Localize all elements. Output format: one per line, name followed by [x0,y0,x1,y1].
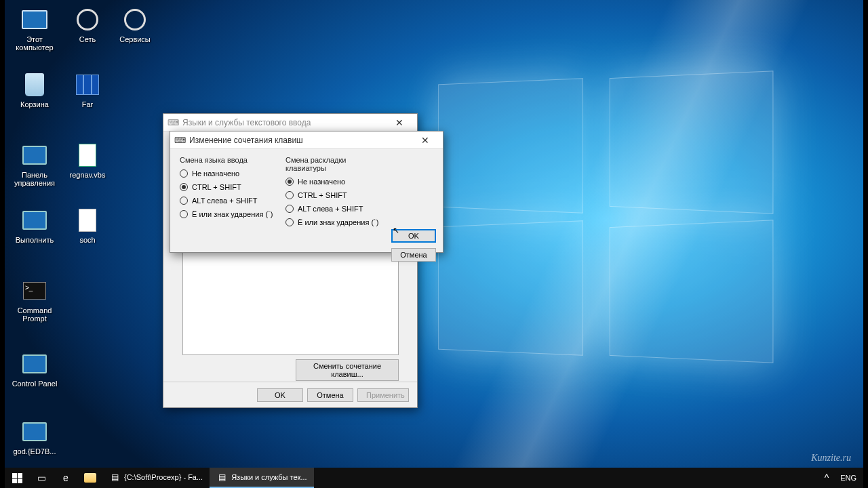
task-label: {C:\Soft\Procexp} - Fa... [124,473,203,481]
input-language-option[interactable]: Ё или знак ударения (`) [180,210,281,218]
cp-icon [20,141,49,169]
radio-label: CTRL + SHIFT [192,183,241,191]
task-view-button[interactable]: ▭ [29,468,54,488]
cp-icon [20,350,49,378]
cp-icon [20,206,49,235]
desktop: Этот компьютерСетьСервисыКорзинаFarПанел… [5,0,863,488]
ok-button[interactable]: OK [257,388,303,402]
icon-label: Этот компьютер [10,35,59,52]
input-language-option[interactable]: CTRL + SHIFT [180,183,281,191]
keyboard-layout-option[interactable]: CTRL + SHIFT [285,191,389,199]
radio-icon [285,178,294,186]
cancel-button[interactable]: Отмена [391,248,436,262]
gear-icon [121,5,149,34]
desktop-icon[interactable]: god.{ED7B... [10,418,59,455]
desktop-icon[interactable]: Корзина [10,70,59,108]
keyboard-layout-option[interactable]: Не назначено [285,178,389,186]
desktop-icon[interactable]: Выполнить [10,206,59,244]
language-indicator[interactable]: ENG [840,474,856,482]
icon-label: Command Prompt [10,306,59,323]
taskbar: ▭ e ▤{C:\Soft\Procexp} - Fa...▤Языки и с… [5,468,863,488]
edge-icon[interactable]: e [54,468,78,488]
app-icon: ▤ [216,472,227,483]
icon-label: Far [63,100,112,108]
icon-label: regnav.vbs [63,171,112,179]
gear-icon [73,5,102,34]
change-hotkey-button[interactable]: Сменить сочетание клавиш... [296,359,399,381]
dialog-titlebar[interactable]: ⌨ Языки и службы текстового ввода ✕ [163,114,417,131]
hotkey-listbox[interactable] [182,250,399,355]
icon-label: Сеть [63,35,112,43]
radio-icon [180,183,188,191]
keyboard-layout-option[interactable]: Ё или знак ударения (`) [285,218,389,226]
icon-label: soch [63,236,112,244]
file-explorer-icon[interactable] [78,468,102,488]
cp-icon [20,418,49,446]
icon-label: Сервисы [111,35,159,43]
desktop-icon[interactable]: Сеть [63,5,112,43]
icon-label: Корзина [10,100,59,108]
radio-icon [180,197,188,205]
far-icon [73,70,102,99]
desktop-icon[interactable]: Панель управления [10,141,59,187]
desktop-icon[interactable]: >_Command Prompt [10,277,59,323]
icon-label: Control Panel [10,380,59,388]
start-button[interactable] [5,468,29,488]
input-language-option[interactable]: ALT слева + SHIFT [180,197,281,205]
app-icon: ▤ [109,472,120,483]
cmd-icon: >_ [20,277,49,305]
task-label: Языки и службы тек... [231,473,307,481]
apply-button: Применить [357,388,409,402]
keyboard-icon: ⌨ [174,135,185,146]
radio-label: ALT слева + SHIFT [192,197,257,205]
desktop-icon[interactable]: Control Panel [10,350,59,388]
icon-label: Выполнить [10,236,59,244]
close-button[interactable]: ✕ [386,115,413,131]
icon-label: Панель управления [10,171,59,187]
cancel-button[interactable]: Отмена [307,388,353,402]
desktop-icon[interactable]: Far [63,70,112,108]
radio-label: ALT слева + SHIFT [298,205,363,213]
windows-logo-wallpaper [429,81,782,366]
radio-label: Ё или знак ударения (`) [298,218,378,226]
group-label-keyboard-layout: Смена раскладки клавиатуры [285,156,389,172]
icon-label: god.{ED7B... [10,447,59,455]
desktop-icon[interactable]: Сервисы [111,5,159,43]
radio-label: CTRL + SHIFT [298,191,347,199]
system-tray: ^ ENG [813,468,863,488]
radio-icon [285,205,294,213]
desktop-icon[interactable]: soch [63,206,112,244]
dialog-title: Изменение сочетания клавиш [189,136,303,145]
radio-icon [285,191,294,199]
ok-button[interactable]: OK [391,229,436,243]
watermark: Kunzite.ru [811,453,851,464]
desktop-icon[interactable]: Этот компьютер [10,5,59,52]
dialog-title: Языки и службы текстового ввода [182,118,311,127]
tray-chevron-up-icon[interactable]: ^ [820,468,833,488]
radio-label: Не назначено [298,178,345,186]
desktop-icon[interactable]: regnav.vbs [63,141,112,179]
monitor-icon [20,5,49,34]
script-icon [73,141,102,169]
radio-icon [180,210,188,218]
doc-icon [73,206,102,235]
dialog-titlebar[interactable]: ⌨ Изменение сочетания клавиш ✕ [170,131,443,149]
bin-icon [20,70,49,99]
change-hotkey-dialog: ⌨ Изменение сочетания клавиш ✕ Смена язы… [170,131,443,253]
radio-label: Не назначено [192,169,239,178]
radio-icon [180,169,188,178]
input-language-option[interactable]: Не назначено [180,169,281,178]
close-button[interactable]: ✕ [412,132,439,148]
taskbar-task[interactable]: ▤Языки и службы тек... [210,468,313,488]
keyboard-icon: ⌨ [167,117,178,128]
taskbar-task[interactable]: ▤{C:\Soft\Procexp} - Fa... [102,468,210,488]
radio-icon [285,218,294,226]
group-label-input-language: Смена языка ввода [180,156,281,164]
radio-label: Ё или знак ударения (`) [192,210,273,218]
keyboard-layout-option[interactable]: ALT слева + SHIFT [285,205,389,213]
